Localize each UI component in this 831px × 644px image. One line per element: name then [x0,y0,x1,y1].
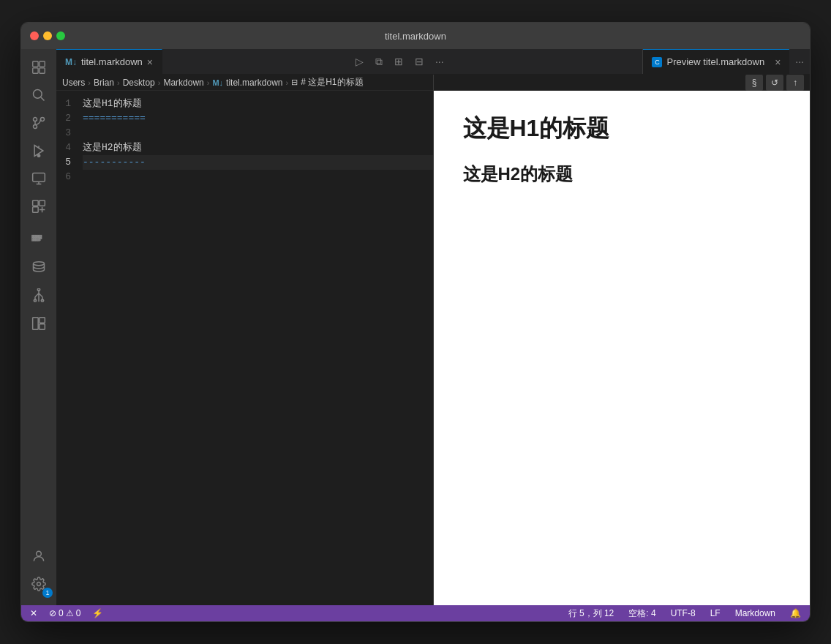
svg-point-34 [34,299,36,302]
remote-explorer-icon[interactable] [26,166,51,191]
vscode-window: titel.markdown [20,22,811,622]
line-num-6: 6 [56,170,77,184]
preview-html-content: 这是H1的标题 这是H2的标题 [434,91,811,605]
code-line-4: 这是H2的标题 [83,141,433,155]
svg-rect-2 [33,68,38,73]
minimize-button[interactable] [43,31,52,40]
svg-point-40 [37,583,41,586]
preview-more-button[interactable]: ··· [789,49,810,74]
code-line-1: 这是H1的标题 [83,97,433,111]
editors-split: Users › Brian › Desktop › Markdown › M↓ … [56,75,810,605]
breadcrumb-heading: # 这是H1的标题 [301,76,363,89]
refresh-button[interactable]: ↺ [766,75,783,91]
preview-tab[interactable]: C Preview titel.markdown × [643,49,789,74]
editor-tab-markdown[interactable]: M↓ titel.markdown × [56,49,162,74]
preview-pane: § ↺ ↑ 这是H1的标题 这是H2的标题 [434,75,811,605]
cursor-position[interactable]: 行 5，列 12 [565,607,617,620]
run-button[interactable]: ▷ [353,54,366,69]
breadcrumb-brian[interactable]: Brian [94,78,114,88]
svg-rect-15 [33,201,39,206]
files-icon[interactable] [26,55,51,80]
split-horizontal-button[interactable]: ⊟ [412,54,426,69]
branch-item[interactable]: ✕ [27,608,40,618]
indentation[interactable]: 空格: 4 [625,607,658,620]
line-ending-text: LF [710,608,721,618]
branch-icon: ✕ [30,608,37,618]
sync-icon: ⚡ [92,608,103,618]
tab-close-button[interactable]: × [147,57,153,67]
svg-line-5 [41,97,45,101]
line-num-4: 4 [56,141,77,155]
extensions-icon[interactable] [26,194,51,219]
source-control-icon[interactable] [26,111,51,135]
line-num-1: 1 [56,97,77,111]
code-lines[interactable]: 这是H1的标题 =========== 这是H2的标题 ----------- [83,91,433,605]
maximize-button[interactable] [56,31,65,40]
preview-h1: 这是H1的标题 [463,113,781,145]
line-num-2: 2 [56,111,77,126]
code-line-3 [83,126,433,141]
tab-file-icon: M↓ [65,57,77,67]
breadcrumb: Users › Brian › Desktop › Markdown › M↓ … [56,75,433,91]
svg-rect-1 [40,61,45,67]
preview-action-buttons: § ↺ ↑ [745,75,804,91]
svg-rect-19 [34,236,36,237]
svg-rect-36 [33,318,39,330]
code-editor-content[interactable]: 1 2 3 4 5 6 这是H1的标题 =========== 这是H2的标题 [56,91,433,605]
account-icon[interactable] [26,544,51,569]
close-button[interactable] [30,31,39,40]
breadcrumb-users[interactable]: Users [62,78,85,88]
svg-point-32 [34,262,45,266]
errors-warnings[interactable]: ⊘ 0 ⚠ 0 [46,608,83,618]
scroll-sync-button[interactable]: ↑ [786,75,804,91]
layout-icon[interactable] [26,311,51,336]
encoding-text: UTF-8 [671,608,696,618]
docker-icon[interactable] [26,228,51,252]
code-line-6 [83,170,433,184]
svg-rect-17 [33,207,39,213]
database-icon[interactable] [26,255,51,280]
encoding[interactable]: UTF-8 [668,608,699,618]
svg-rect-3 [40,68,45,73]
line-col-text: 行 5，列 12 [568,607,614,620]
breadcrumb-file-icon: M↓ [212,78,223,87]
svg-rect-0 [33,61,38,67]
search-icon[interactable] [26,83,51,108]
title-bar: titel.markdown [21,23,810,49]
svg-rect-18 [32,236,34,237]
warning-icon: ⚠ [66,608,74,618]
preview-h2: 这是H2的标题 [463,162,781,186]
line-ending[interactable]: LF [707,608,723,618]
preview-tab-close[interactable]: × [775,57,781,67]
code-line-2: =========== [83,111,433,126]
more-actions-button[interactable]: ··· [432,54,447,69]
breadcrumb-markdown[interactable]: Markdown [163,78,203,88]
line-num-3: 3 [56,126,77,141]
svg-point-4 [34,90,42,99]
notification-bell[interactable]: 🔔 [787,608,804,618]
status-bar: ✕ ⊘ 0 ⚠ 0 ⚡ 行 5，列 12 空格: 4 UTF-8 L [21,605,810,621]
bell-icon: 🔔 [790,608,801,618]
line-num-5: 5 [56,155,77,170]
settings-badge: 1 [42,588,53,598]
tree-icon[interactable] [26,283,51,308]
sync-item[interactable]: ⚡ [89,608,106,618]
section-button[interactable]: § [745,75,763,91]
svg-rect-37 [40,318,45,323]
split-vertical-button[interactable]: ⊞ [391,54,406,69]
breadcrumb-file[interactable]: titel.markdown [226,78,282,88]
error-icon: ⊘ [49,608,56,618]
split-button[interactable]: ⧉ [372,54,386,70]
language-mode[interactable]: Markdown [732,608,778,618]
svg-point-10 [37,154,40,157]
tabs-bar: M↓ titel.markdown × ▷ ⧉ ⊞ ⊟ ··· C Previe… [56,49,810,75]
status-right: 行 5，列 12 空格: 4 UTF-8 LF Markdown 🔔 [565,607,804,620]
run-debug-icon[interactable] [26,138,51,163]
preview-header: § ↺ ↑ [434,75,811,91]
activity-bar-bottom: 1 [26,544,51,605]
settings-icon[interactable]: 1 [26,572,51,596]
svg-point-35 [41,299,43,302]
svg-rect-22 [40,236,42,237]
svg-rect-16 [40,201,45,206]
breadcrumb-desktop[interactable]: Desktop [123,78,155,88]
